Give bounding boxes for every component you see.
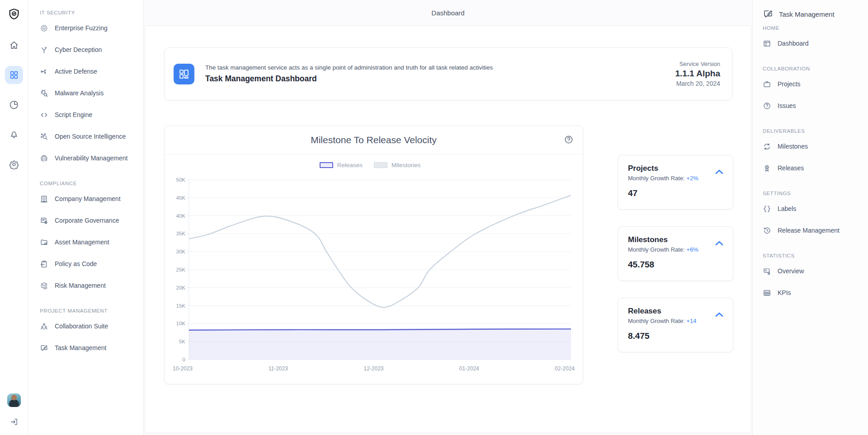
icon-rail [0,0,28,435]
y-axis-tick-label: 30K [176,249,186,254]
sidebar-item-corporate-governance[interactable]: Corporate Governance [40,210,143,231]
rightbar-item-projects[interactable]: Projects [763,73,868,95]
stat-title: Milestones [628,235,723,244]
table-icon [763,289,771,297]
gear-icon [9,159,19,169]
x-axis-tick-label: 11-2023 [269,365,288,372]
legend-releases[interactable]: Releases [320,162,370,168]
rightbar-item-labels[interactable]: Labels [763,198,868,220]
sidebar-section-compliance: COMPLIANCE [40,181,143,186]
stat-card-releases: ReleasesMonthly Growth Rate: +148.475 [618,298,733,352]
legend-milestones[interactable]: Milestones [374,162,428,168]
rightbar-item-label: Issues [778,102,796,109]
rightbar-item-milestones[interactable]: Milestones [763,136,868,157]
rightbar-item-label: KPIs [778,289,791,296]
sidebar-item-script-engine[interactable]: Script Engine [40,104,143,126]
velocity-chart: 05K10K15K20K25K30K35K40K45K50K10-202311-… [165,175,583,384]
y-axis-tick-label: 15K [176,303,186,309]
refresh-icon [763,142,771,151]
sidebar-item-label: Collaboration Suite [55,323,108,330]
rail-home-button[interactable] [5,36,23,54]
page-title: Task Management Dashboard [205,74,493,84]
rail-apps-button[interactable] [5,66,23,84]
sidebar-item-label: Asset Management [55,239,109,246]
rightbar-header: Task Management [763,6,868,22]
presentation-chart-icon [763,267,771,276]
y-axis-tick-label: 25K [176,267,186,272]
topbar: Dashboard [144,0,752,25]
sidebar-item-enterprise-fuzzing[interactable]: Enterprise Fuzzing [40,17,143,39]
rightbar-section-home: HOME [763,25,868,31]
sidebar-section-project-management: PROJECT MANAGEMENT [40,308,143,313]
chart-legend: ReleasesMilestones [165,154,583,175]
sidebar-item-risk-management[interactable]: Risk Management [40,275,143,296]
rail-reports-button[interactable] [5,96,23,114]
rightbar-item-label: Releases [778,164,804,172]
rightbar-item-overview[interactable]: Overview [763,260,868,282]
sidebar-item-company-management[interactable]: Company Management [40,188,143,210]
sidebar-item-label: Malware Analysis [55,89,104,97]
header-card: The task management service acts as a si… [164,47,732,100]
fingerprint-icon [40,154,48,163]
share-nodes-icon [40,67,48,76]
rightbar-item-dashboard[interactable]: Dashboard [763,33,868,54]
y-axis-tick-label: 35K [176,231,186,236]
target-icon [40,24,48,33]
sidebar-item-policy-as-code[interactable]: Policy as Code [40,253,143,275]
rightbar-item-releases[interactable]: Releases [763,157,868,179]
rightbar-item-kpis[interactable]: KPIs [763,282,868,304]
rightbar-item-release-management[interactable]: Release Management [763,220,868,241]
clipboard-arrow-icon [40,260,48,268]
stat-value: 45.758 [628,260,723,270]
dashboard-tile-icon [174,64,194,84]
sidebar-item-asset-management[interactable]: Asset Management [40,231,143,253]
stat-title: Projects [628,164,723,173]
sidebar-item-label: Policy as Code [55,260,97,267]
sidebar-item-open-source-intelligence[interactable]: Open Source Intelligence [40,126,143,147]
legend-label: Milestones [392,162,421,168]
rightbar-section-collaboration: COLLABORATION [763,66,868,71]
releases-area [189,329,571,360]
stat-growth: Monthly Growth Rate: +6% [628,246,723,253]
sidebar-item-vulnerability-management[interactable]: Vulnerability Management [40,147,143,169]
users-icon [40,322,48,331]
message-edit-icon [40,344,48,352]
rail-settings-button[interactable] [5,155,23,173]
award-icon [763,164,771,173]
sidebar-item-cyber-deception[interactable]: Cyber Deception [40,39,143,61]
braces-icon [763,205,771,213]
rightbar-item-label: Release Management [778,227,840,234]
rightbar-item-label: Milestones [778,143,808,150]
sidebar-item-malware-analysis[interactable]: Malware Analysis [40,82,143,104]
rightbar-section-settings: SETTINGS [763,191,868,196]
chevron-up-icon[interactable] [714,309,725,320]
stat-growth: Monthly Growth Rate: +14 [628,318,723,324]
sidebar-section-it-security: IT SECURITY [40,10,143,15]
branch-arrow-icon [40,46,48,54]
stat-value: 8.475 [628,331,723,341]
pie-chart-icon [9,100,19,110]
logout-icon[interactable] [6,414,22,430]
chart-title: Milestone To Release Velocity [311,135,437,145]
chevron-up-icon[interactable] [714,167,725,178]
message-edit-icon [763,9,774,19]
x-axis-tick-label: 12-2023 [363,365,383,372]
rail-notifications-button[interactable] [5,126,23,144]
user-avatar[interactable] [7,393,21,407]
sidebar-item-task-management[interactable]: Task Management [40,337,143,359]
rightbar-section-statistics: STATISTICS [763,253,868,258]
chevron-up-icon[interactable] [714,238,725,249]
rightbar-item-issues[interactable]: Issues [763,95,868,117]
sidebar-item-active-defense[interactable]: Active Defense [40,61,143,82]
content-panel: The task management service acts as a si… [145,25,751,433]
sidebar-item-collaboration-suite[interactable]: Collaboration Suite [40,315,143,337]
code-icon [40,111,48,119]
grid-icon [9,70,19,80]
briefcase-icon [763,80,771,89]
y-axis-tick-label: 20K [176,285,186,290]
stat-growth: Monthly Growth Rate: +2% [628,175,723,182]
layers-eye-icon [40,281,48,290]
bell-icon [9,130,19,140]
help-circle-icon[interactable] [564,135,574,145]
sidebar-item-label: Corporate Governance [55,217,119,224]
